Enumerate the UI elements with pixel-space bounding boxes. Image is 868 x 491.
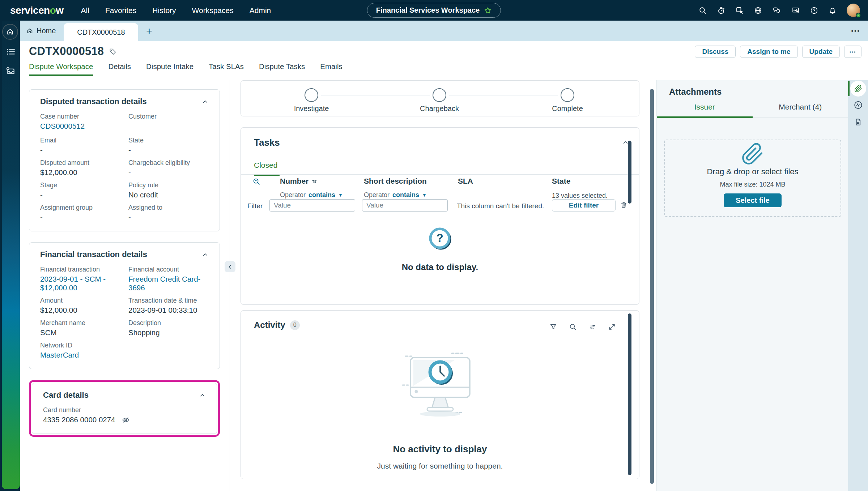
column-header-state[interactable]: State <box>552 177 570 185</box>
paperclip-icon <box>854 85 862 93</box>
nav-item-admin[interactable]: Admin <box>250 6 271 15</box>
attachments-tab-issuer[interactable]: Issuer <box>657 103 753 118</box>
financial-transaction-link[interactable]: 2023-09-01 - SCM - $12,000.00 <box>40 275 120 292</box>
screen-share-icon[interactable] <box>791 6 800 15</box>
select-file-button[interactable]: Select file <box>724 193 782 207</box>
cursor-select-icon[interactable] <box>735 6 744 15</box>
favorite-star-icon[interactable] <box>484 7 492 14</box>
attachments-tool-button[interactable] <box>850 81 866 97</box>
record-tabs: Dispute Workspace Details Dispute Intake… <box>29 62 342 76</box>
field-stage: Stage - <box>40 182 120 199</box>
tasks-title: Tasks <box>254 137 280 148</box>
help-icon[interactable] <box>810 6 818 15</box>
user-avatar[interactable]: ✓ <box>847 4 860 17</box>
update-button[interactable]: Update <box>802 46 840 58</box>
chat-icon[interactable] <box>772 6 781 15</box>
network-id-link[interactable]: MasterCard <box>40 351 79 359</box>
servicenow-logo[interactable]: servicenow <box>10 5 64 16</box>
field-email: Email - <box>40 137 120 154</box>
workspace-pill[interactable]: Financial Services Workspace <box>367 3 501 18</box>
sidebar-inbox-button[interactable] <box>6 66 16 76</box>
card-title: Financial transaction details <box>40 250 147 259</box>
column-header-sla[interactable]: SLA <box>458 177 473 185</box>
tab-dispute-workspace[interactable]: Dispute Workspace <box>29 62 93 76</box>
field-customer: Customer <box>128 113 209 132</box>
assign-to-me-button[interactable]: Assign to me <box>740 46 797 58</box>
column-header-short-description[interactable]: Short description <box>364 177 427 185</box>
notifications-icon[interactable] <box>828 6 837 15</box>
record-tab-active[interactable]: CDTX0000518 <box>64 23 138 41</box>
sort-icon[interactable] <box>588 323 596 331</box>
inbox-icon <box>6 66 16 76</box>
field-policy-rule: Policy rule No credit <box>128 182 209 199</box>
tab-emails[interactable]: Emails <box>320 62 342 76</box>
presence-available-icon: ✓ <box>856 13 861 18</box>
record-tab-label: CDTX0000518 <box>77 28 125 37</box>
tasks-empty-message: No data to display. <box>241 262 639 272</box>
chevron-up-icon[interactable] <box>199 392 206 399</box>
nav-item-all[interactable]: All <box>81 6 89 15</box>
step-complete-circle[interactable] <box>561 88 574 102</box>
nav-item-favorites[interactable]: Favorites <box>105 6 136 15</box>
field-financial-transaction: Financial transaction 2023-09-01 - SCM -… <box>40 266 120 292</box>
field-assigned-to: Assigned to - <box>128 204 209 222</box>
field-financial-account: Financial account Freedom Credit Card-36… <box>128 266 209 292</box>
step-chargeback-circle[interactable] <box>433 88 446 102</box>
timer-icon[interactable] <box>717 6 726 15</box>
record-more-button[interactable]: ⋯ <box>844 46 861 58</box>
filter-search-icon[interactable] <box>252 178 261 186</box>
sidebar-menu-button[interactable] <box>6 47 16 57</box>
discuss-button[interactable]: Discuss <box>695 46 736 58</box>
caret-down-icon: ▼ <box>338 192 343 198</box>
svg-text:?: ? <box>436 231 443 244</box>
record-actions: Discuss Assign to me Update ⋯ <box>695 46 861 58</box>
tab-details[interactable]: Details <box>108 62 131 76</box>
case-number-link[interactable]: CDS0000512 <box>40 122 85 131</box>
short-description-operator-select[interactable]: contains <box>392 191 419 199</box>
trash-icon[interactable] <box>620 201 627 209</box>
home-tab[interactable]: Home <box>20 21 64 41</box>
number-filter-input[interactable] <box>269 199 355 212</box>
search-icon[interactable] <box>569 323 577 331</box>
tab-dispute-intake[interactable]: Dispute Intake <box>146 62 193 76</box>
tab-task-slas[interactable]: Task SLAs <box>209 62 244 76</box>
tab-strip-more-button[interactable]: ⋯ <box>851 25 861 37</box>
app-sidebar <box>2 21 20 489</box>
number-operator: Operator contains ▼ <box>280 191 343 199</box>
financial-account-link[interactable]: Freedom Credit Card-3696 <box>128 275 209 292</box>
collapse-panel-button[interactable] <box>225 261 235 272</box>
attachments-tab-merchant[interactable]: Merchant (4) <box>753 103 848 118</box>
sidebar-home-button[interactable] <box>2 24 18 40</box>
no-data-icon: ? <box>427 226 453 251</box>
financial-transaction-card: Financial transaction details Financial … <box>29 242 220 369</box>
card-title: Card details <box>43 390 89 400</box>
tasks-tab-closed[interactable]: Closed <box>254 161 280 176</box>
file-dropzone[interactable]: Drag & drop or select files Max file siz… <box>664 140 841 217</box>
main-scrollbar[interactable] <box>650 89 654 484</box>
paperclip-icon <box>741 142 764 166</box>
globe-icon[interactable] <box>754 6 762 15</box>
expand-icon[interactable] <box>608 323 616 331</box>
eye-off-icon[interactable] <box>122 416 129 424</box>
step-investigate-circle[interactable] <box>305 88 318 102</box>
tasks-scrollbar[interactable] <box>628 141 631 204</box>
new-tab-button[interactable]: + <box>146 25 152 37</box>
edit-filter-button[interactable]: Edit filter <box>552 199 616 212</box>
activity-pulse-tool-button[interactable] <box>854 101 863 110</box>
chevron-up-icon[interactable] <box>202 251 209 258</box>
column-header-number[interactable]: Number <box>280 177 318 185</box>
sort-ascending-icon[interactable] <box>311 178 318 184</box>
activity-card: Activity 0 <box>241 310 639 479</box>
home-tab-icon <box>26 27 33 34</box>
tab-dispute-tasks[interactable]: Dispute Tasks <box>259 62 305 76</box>
search-icon[interactable] <box>698 6 707 15</box>
nav-item-history[interactable]: History <box>152 6 176 15</box>
short-description-filter-input[interactable] <box>362 199 448 212</box>
tag-icon[interactable] <box>109 48 116 55</box>
funnel-filter-icon[interactable] <box>549 323 557 331</box>
number-operator-select[interactable]: contains <box>309 191 335 199</box>
field-disputed-amount: Disputed amount $12,000.00 <box>40 159 120 177</box>
document-tool-button[interactable] <box>854 118 862 126</box>
chevron-up-icon[interactable] <box>202 98 209 105</box>
nav-item-workspaces[interactable]: Workspaces <box>192 6 234 15</box>
